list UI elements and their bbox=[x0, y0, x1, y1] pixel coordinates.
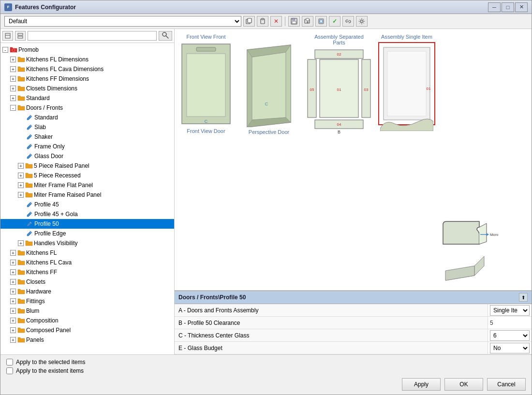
save-icon-btn[interactable] bbox=[288, 16, 300, 27]
close-button[interactable]: ✕ bbox=[515, 2, 528, 12]
copy-icon-btn[interactable] bbox=[243, 16, 255, 27]
apply-button[interactable]: Apply bbox=[402, 378, 441, 391]
tree-item-profile45-gola[interactable]: Profile 45 + Gola bbox=[0, 209, 174, 219]
tree-toggle-5piece-recessed[interactable]: + bbox=[18, 173, 24, 178]
tree-item-kitchens-fl-dim[interactable]: +Kitchens FL Dimensions bbox=[0, 55, 174, 64]
tree-toggle-profile45-gola bbox=[18, 210, 26, 218]
tree-item-5piece-recessed[interactable]: +5 Piece Recessed bbox=[0, 171, 174, 180]
tree-item-5piece-raised[interactable]: +5 Piece Raised Panel bbox=[0, 161, 174, 171]
tree-item-blum[interactable]: +Blum bbox=[0, 306, 174, 316]
svg-rect-5 bbox=[292, 18, 295, 20]
tree-toggle-kitchens-fl-dim[interactable]: + bbox=[10, 57, 16, 62]
export-icon-btn[interactable] bbox=[302, 16, 313, 27]
prop-value-3[interactable]: NoYes bbox=[488, 342, 532, 354]
tree-item-kitchens-fl-cava2[interactable]: +Kitchens FL Cava bbox=[0, 258, 174, 267]
bottom-bar: Apply to the selected items Apply to the… bbox=[0, 354, 532, 395]
collapse-all-btn[interactable] bbox=[2, 31, 13, 41]
tree-item-fittings[interactable]: +Fittings bbox=[0, 296, 174, 306]
tree-item-frame-only[interactable]: Frame Only bbox=[0, 142, 174, 151]
prop-value-2[interactable]: 6810 bbox=[488, 329, 532, 341]
properties-header: Doors / Fronts\Profile 50 ⬆ bbox=[175, 291, 532, 304]
search-go-btn[interactable] bbox=[159, 31, 172, 41]
apply-selected-checkbox[interactable] bbox=[6, 359, 13, 366]
prop-text-1: 5 bbox=[490, 320, 493, 326]
tree-item-composition[interactable]: +Composition bbox=[0, 316, 174, 325]
delete-icon-btn[interactable]: ✕ bbox=[270, 16, 282, 27]
search-input[interactable] bbox=[28, 31, 157, 41]
tree-toggle-handles-vis[interactable]: + bbox=[18, 240, 24, 246]
svg-text:C: C bbox=[265, 102, 268, 106]
prop-dropdown-0[interactable]: Single IteMultiple bbox=[490, 305, 530, 316]
expand-all-btn[interactable] bbox=[15, 31, 26, 41]
tree-toggle-hardware[interactable]: + bbox=[10, 289, 16, 294]
tree-icon-folder-fittings bbox=[17, 297, 25, 305]
tree-item-panels[interactable]: +Panels bbox=[0, 335, 174, 345]
tree-toggle-kitchens-fl-cava[interactable]: + bbox=[10, 66, 16, 72]
tree-toggle-fittings[interactable]: + bbox=[10, 298, 16, 304]
tree-icon-folder-kitchens-fl-cava2 bbox=[17, 259, 25, 266]
check-icon-btn[interactable]: ✓ bbox=[329, 16, 340, 27]
tree-item-shaker[interactable]: Shaker bbox=[0, 132, 174, 142]
tree-label-profile45-gola: Profile 45 + Gola bbox=[34, 211, 78, 218]
tree-toggle-kitchens-fl-cava2[interactable]: + bbox=[10, 260, 16, 265]
tree-toggle-composed-panel[interactable]: + bbox=[10, 327, 16, 333]
tree-item-standard2[interactable]: Standard bbox=[0, 113, 174, 122]
profile-dropdown[interactable]: Default bbox=[4, 16, 241, 27]
tree-toggle-closets[interactable]: + bbox=[10, 279, 16, 285]
tree-icon-folder-red-promob bbox=[10, 46, 17, 54]
tree-item-kitchens-fl[interactable]: +Kitchens FL bbox=[0, 248, 174, 258]
tree-item-kitchens-fl-cava[interactable]: +Kitchens FL Cava Dimensions bbox=[0, 64, 174, 74]
minimize-button[interactable]: ─ bbox=[488, 2, 501, 12]
link-icon-btn[interactable] bbox=[342, 16, 354, 27]
tree-item-miter-flat[interactable]: +Miter Frame Flat Panel bbox=[0, 180, 174, 190]
tree-toggle-promob[interactable]: - bbox=[2, 47, 8, 53]
tree-toggle-panels[interactable]: + bbox=[10, 337, 16, 343]
window-controls: ─ □ ✕ bbox=[488, 2, 528, 12]
tree-item-profile45[interactable]: Profile 45 bbox=[0, 200, 174, 209]
prop-dropdown-2[interactable]: 6810 bbox=[490, 330, 530, 341]
tree-toggle-kitchens-ff-dim[interactable]: + bbox=[10, 76, 16, 82]
tree-item-kitchens-ff[interactable]: +Kitchens FF bbox=[0, 267, 174, 277]
export2-icon-btn[interactable] bbox=[315, 16, 327, 27]
tree-icon-folder-closets bbox=[17, 278, 25, 286]
tree-item-closets[interactable]: +Closets bbox=[0, 277, 174, 287]
tree-toggle-miter-raised[interactable]: + bbox=[18, 192, 24, 198]
tree-icon-folder-5piece-raised bbox=[25, 162, 33, 170]
maximize-button[interactable]: □ bbox=[502, 2, 514, 12]
tree-toggle-kitchens-ff[interactable]: + bbox=[10, 269, 16, 275]
tree-toggle-blum[interactable]: + bbox=[10, 308, 16, 314]
tree-item-glass-door[interactable]: Glass Door bbox=[0, 151, 174, 161]
tree-item-kitchens-ff-dim[interactable]: +Kitchens FF Dimensions bbox=[0, 74, 174, 84]
settings-icon-btn[interactable] bbox=[356, 16, 368, 27]
tree-item-promob[interactable]: -Promob bbox=[0, 45, 174, 55]
tree-toggle-doors-fronts[interactable]: - bbox=[10, 105, 16, 111]
tree-item-handles-vis[interactable]: +Handles Visibility bbox=[0, 238, 174, 248]
apply-selected-label: Apply to the selected items bbox=[16, 359, 85, 366]
tree-toggle-standard[interactable]: + bbox=[10, 95, 16, 101]
tree-toggle-kitchens-fl[interactable]: + bbox=[10, 250, 16, 256]
tree-item-miter-raised[interactable]: +Miter Frame Raised Panel bbox=[0, 190, 174, 200]
tree-icon-folder-kitchens-ff-dim bbox=[17, 75, 25, 83]
prop-value-0[interactable]: Single IteMultiple bbox=[488, 304, 532, 316]
apply-existent-checkbox[interactable] bbox=[6, 367, 13, 374]
tree-toggle-closets-dim[interactable]: + bbox=[10, 86, 16, 91]
tree-item-standard[interactable]: +Standard bbox=[0, 93, 174, 103]
tree-item-doors-fronts[interactable]: -Doors / Fronts bbox=[0, 103, 174, 113]
tree-item-hardware[interactable]: +Hardware bbox=[0, 287, 174, 296]
tree-label-blum: Blum bbox=[26, 307, 39, 314]
tree-toggle-5piece-raised[interactable]: + bbox=[18, 163, 24, 169]
collapse-properties-btn[interactable]: ⬆ bbox=[519, 293, 528, 302]
tree-toggle-composition[interactable]: + bbox=[10, 318, 16, 323]
tree-toggle-miter-flat[interactable]: + bbox=[18, 182, 24, 188]
cancel-button[interactable]: Cancel bbox=[487, 378, 526, 391]
tree-item-profile-edge[interactable]: Profile Edge bbox=[0, 229, 174, 238]
tree-item-composed-panel[interactable]: +Composed Panel bbox=[0, 325, 174, 335]
tree-item-closets-dim[interactable]: +Closets Dimensions bbox=[0, 84, 174, 93]
prop-dropdown-3[interactable]: NoYes bbox=[490, 343, 530, 353]
paste-icon-btn[interactable] bbox=[257, 16, 268, 27]
tree-item-profile50[interactable]: Profile 50 bbox=[0, 219, 174, 229]
ok-button[interactable]: OK bbox=[444, 378, 483, 391]
tree-label-5piece-recessed: 5 Piece Recessed bbox=[34, 172, 81, 179]
tree-item-slab[interactable]: Slab bbox=[0, 122, 174, 132]
svg-text:03: 03 bbox=[364, 88, 369, 92]
